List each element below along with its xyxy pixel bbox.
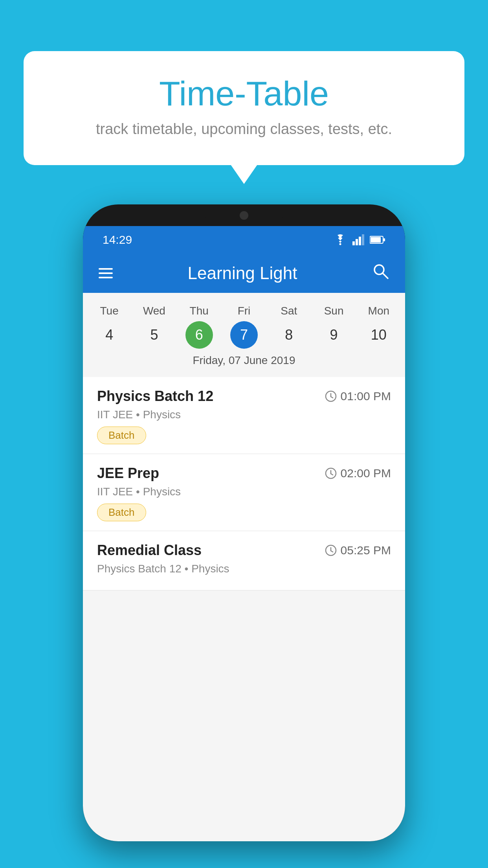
date-9[interactable]: 9 [311, 322, 356, 348]
app-title: Learning Light [125, 263, 360, 283]
schedule-title-3: Remedial Class [97, 542, 202, 559]
schedule-subtitle-1: IIT JEE • Physics [97, 408, 391, 421]
svg-rect-4 [362, 234, 364, 245]
status-icons [334, 234, 385, 245]
day-header-mon: Mon [356, 301, 401, 321]
day-header-wed: Wed [132, 301, 176, 321]
phone-notch [205, 204, 283, 226]
screen-container: 14:29 [83, 226, 405, 841]
schedule-subtitle-3: Physics Batch 12 • Physics [97, 563, 391, 575]
svg-line-15 [331, 474, 333, 475]
svg-line-12 [331, 397, 333, 398]
hamburger-menu-button[interactable] [99, 268, 113, 278]
status-bar: 14:29 [83, 226, 405, 254]
selected-date-label: Friday, 07 June 2019 [83, 349, 405, 373]
schedule-list: Physics Batch 12 01:00 PM IIT JEE • Ph [83, 377, 405, 590]
schedule-title-1: Physics Batch 12 [97, 388, 213, 405]
svg-rect-1 [352, 241, 355, 245]
day-header-fri: Fri [222, 301, 266, 321]
batch-tag-1: Batch [97, 427, 146, 444]
app-header: Learning Light [83, 254, 405, 293]
svg-rect-3 [359, 237, 361, 245]
bubble-subtitle: track timetable, upcoming classes, tests… [55, 121, 433, 138]
front-camera [240, 211, 248, 220]
schedule-title-2: JEE Prep [97, 465, 159, 482]
svg-rect-7 [383, 238, 385, 241]
phone-mockup: 14:29 [83, 204, 405, 841]
bubble-title: Time-Table [55, 75, 433, 113]
day-header-tue: Tue [87, 301, 132, 321]
schedule-item-physics-batch[interactable]: Physics Batch 12 01:00 PM IIT JEE • Ph [83, 377, 405, 454]
clock-icon-1 [325, 390, 337, 402]
schedule-item-remedial[interactable]: Remedial Class 05:25 PM Physics Batch [83, 531, 405, 590]
schedule-time-1: 01:00 PM [325, 390, 391, 403]
clock-icon-2 [325, 467, 337, 479]
wifi-icon [334, 234, 347, 245]
schedule-time-3: 05:25 PM [325, 544, 391, 557]
search-button[interactable] [372, 263, 389, 284]
schedule-item-top-3: Remedial Class 05:25 PM [97, 542, 391, 559]
speech-bubble: Time-Table track timetable, upcoming cla… [24, 51, 464, 165]
date-10[interactable]: 10 [356, 322, 401, 348]
svg-line-9 [383, 273, 388, 278]
battery-icon [370, 235, 385, 244]
day-header-thu: Thu [177, 301, 222, 321]
schedule-item-top-1: Physics Batch 12 01:00 PM [97, 388, 391, 405]
svg-point-0 [339, 243, 341, 245]
batch-tag-2: Batch [97, 504, 146, 521]
schedule-item-top-2: JEE Prep 02:00 PM [97, 465, 391, 482]
speech-bubble-section: Time-Table track timetable, upcoming cla… [24, 51, 464, 165]
phone-screen: Tue Wed Thu Fri Sat Sun Mon 4 5 6 7 8 [83, 293, 405, 841]
signal-icon [352, 234, 364, 245]
calendar-strip: Tue Wed Thu Fri Sat Sun Mon 4 5 6 7 8 [83, 293, 405, 377]
phone-frame: 14:29 [83, 204, 405, 841]
day-header-sat: Sat [266, 301, 311, 321]
day-headers: Tue Wed Thu Fri Sat Sun Mon [83, 301, 405, 321]
svg-rect-6 [371, 237, 381, 243]
svg-rect-2 [356, 239, 358, 245]
svg-line-18 [331, 551, 333, 552]
date-6-today[interactable]: 6 [185, 321, 213, 349]
date-8[interactable]: 8 [266, 322, 311, 348]
schedule-time-2: 02:00 PM [325, 467, 391, 480]
day-numbers: 4 5 6 7 8 9 10 [83, 321, 405, 349]
date-4[interactable]: 4 [87, 322, 132, 348]
clock-icon-3 [325, 544, 337, 556]
day-header-sun: Sun [311, 301, 356, 321]
date-7-selected[interactable]: 7 [230, 321, 258, 349]
status-time: 14:29 [103, 233, 132, 246]
schedule-subtitle-2: IIT JEE • Physics [97, 485, 391, 498]
schedule-item-jee-prep[interactable]: JEE Prep 02:00 PM IIT JEE • Physics [83, 454, 405, 531]
date-5[interactable]: 5 [132, 322, 176, 348]
